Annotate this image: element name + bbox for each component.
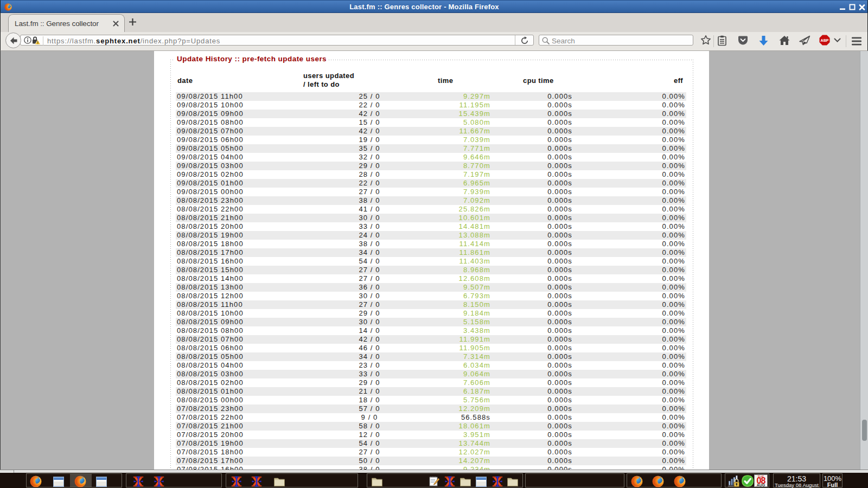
svg-text:ABP: ABP xyxy=(821,38,829,42)
svg-text:AUG: AUG xyxy=(757,483,765,487)
